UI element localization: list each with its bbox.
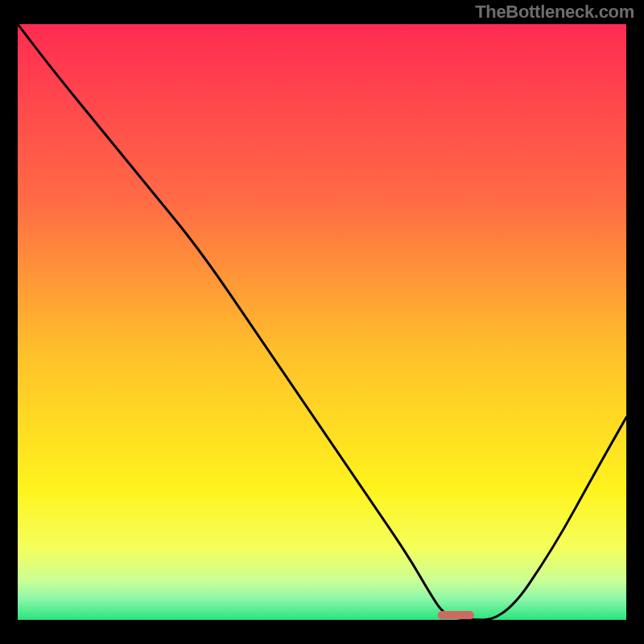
optimal-marker xyxy=(438,611,474,619)
watermark-text: TheBottleneck.com xyxy=(475,2,634,23)
bottleneck-chart xyxy=(18,24,626,620)
chart-plot-area xyxy=(18,24,626,620)
chart-background-gradient xyxy=(18,24,626,620)
